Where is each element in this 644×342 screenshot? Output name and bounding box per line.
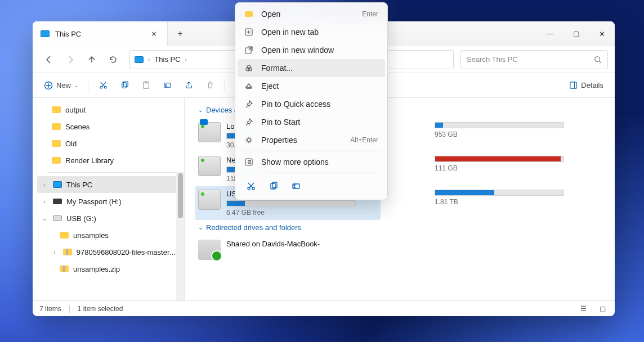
context-menu: Open Enter Open in new tab Open in new w… xyxy=(235,2,388,200)
sidebar-item-output[interactable]: output xyxy=(37,101,180,118)
sidebar-scrollbar-thumb[interactable] xyxy=(178,173,183,218)
view-list-button[interactable]: ☰ xyxy=(578,304,589,314)
refresh-button[interactable] xyxy=(104,50,123,69)
breadcrumb-root[interactable]: This PC xyxy=(154,55,180,64)
drive-icon xyxy=(53,199,62,204)
menu-format[interactable]: Format... xyxy=(238,59,385,77)
drive-icon xyxy=(198,122,221,142)
this-pc-icon xyxy=(53,181,62,188)
sidebar-item-unsamples[interactable]: unsamples xyxy=(37,227,180,244)
menu-eject[interactable]: Eject xyxy=(238,77,385,95)
rename-button[interactable] xyxy=(157,76,177,94)
sidebar-item-zip1[interactable]: ›9780596808020-files-master.zip xyxy=(37,244,180,260)
drive-icon xyxy=(198,190,221,210)
sidebar-item-scenes[interactable]: Scenes xyxy=(37,118,180,135)
sidebar-item-render-library[interactable]: Render Library xyxy=(37,152,180,169)
capacity-bar xyxy=(435,156,564,162)
copy-button[interactable] xyxy=(114,76,135,94)
format-icon xyxy=(244,64,253,73)
drive-item[interactable]: 1.81 TB xyxy=(403,186,589,220)
tab-this-pc[interactable]: This PC ✕ xyxy=(33,21,168,46)
svg-rect-21 xyxy=(293,184,299,188)
chevron-down-icon[interactable]: ⌄ xyxy=(41,215,48,222)
rename-icon xyxy=(163,81,172,89)
redirected-share[interactable]: Shared on Davids-MacBook- xyxy=(195,236,381,263)
forward-button[interactable] xyxy=(61,50,80,69)
folder-icon xyxy=(244,10,253,19)
details-icon xyxy=(569,81,578,89)
pin-icon xyxy=(244,100,253,109)
sidebar-item-this-pc[interactable]: ›This PC xyxy=(37,176,180,193)
folder-icon xyxy=(52,140,61,147)
pin-icon xyxy=(244,118,253,127)
status-bar: 7 items 1 item selected ☰ ▢ xyxy=(33,300,615,316)
svg-point-2 xyxy=(100,86,102,88)
maximize-button[interactable]: ▢ xyxy=(563,21,589,46)
sidebar-item-zip2[interactable]: unsamples.zip xyxy=(37,260,180,277)
zip-icon xyxy=(60,266,69,272)
newwindow-icon xyxy=(244,46,253,55)
status-selected-count: 1 item selected xyxy=(78,305,123,313)
properties-icon xyxy=(244,136,253,145)
menu-action-row xyxy=(238,175,385,197)
new-button[interactable]: New ⌄ xyxy=(39,76,83,94)
folder-icon xyxy=(52,106,61,113)
cut-button[interactable] xyxy=(93,76,113,94)
newtab-icon xyxy=(244,28,253,37)
share-button[interactable] xyxy=(178,76,199,94)
cut-icon[interactable] xyxy=(245,181,257,192)
more-icon xyxy=(244,158,253,166)
usb-icon xyxy=(53,215,62,221)
folder-icon xyxy=(52,157,61,164)
svg-point-18 xyxy=(252,187,254,190)
sidebar-item-my-passport[interactable]: ›My Passport (H:) xyxy=(37,193,180,210)
tab-close-button[interactable]: ✕ xyxy=(149,28,159,40)
chevron-down-icon: ⌄ xyxy=(198,107,203,113)
sidebar-item-usb-g[interactable]: ⌄USB (G:) xyxy=(37,210,180,227)
paste-button[interactable] xyxy=(136,76,156,94)
up-button[interactable] xyxy=(82,50,101,69)
menu-properties[interactable]: Properties Alt+Enter xyxy=(238,131,385,149)
search-icon xyxy=(594,56,602,64)
sidebar-item-old[interactable]: Old xyxy=(37,135,180,152)
chevron-right-icon[interactable]: › xyxy=(51,249,59,255)
drive-item[interactable]: 953 GB xyxy=(403,119,589,152)
chevron-down-icon: ⌄ xyxy=(198,224,203,231)
capacity-bar xyxy=(435,190,564,196)
paste-icon xyxy=(142,81,150,89)
minimize-button[interactable]: — xyxy=(537,21,563,46)
close-window-button[interactable]: ✕ xyxy=(589,21,615,46)
back-button[interactable] xyxy=(39,50,59,69)
svg-point-0 xyxy=(595,56,600,61)
drive-item[interactable]: 111 GB xyxy=(403,152,589,186)
svg-point-3 xyxy=(104,86,106,88)
cut-icon xyxy=(99,81,108,89)
menu-open-new-tab[interactable]: Open in new tab xyxy=(238,23,385,41)
chevron-right-icon[interactable]: › xyxy=(41,199,48,205)
copy-icon[interactable] xyxy=(268,181,279,192)
details-button[interactable]: Details xyxy=(565,76,608,94)
chevron-right-icon: › xyxy=(148,56,150,62)
view-icons-button[interactable]: ▢ xyxy=(597,304,608,314)
chevron-right-icon: › xyxy=(185,56,187,62)
svg-point-17 xyxy=(248,187,250,190)
menu-pin-quick-access[interactable]: Pin to Quick access xyxy=(238,95,385,113)
menu-show-more-options[interactable]: Show more options xyxy=(238,153,385,171)
rename-icon[interactable] xyxy=(290,181,302,192)
menu-open[interactable]: Open Enter xyxy=(238,5,385,23)
chevron-right-icon[interactable]: › xyxy=(41,182,48,188)
new-icon xyxy=(44,81,53,90)
search-input[interactable]: Search This PC xyxy=(460,50,608,69)
share-icon xyxy=(185,81,193,89)
tab-title: This PC xyxy=(55,30,149,38)
group-redirected[interactable]: ⌄Redirected drives and folders xyxy=(198,223,605,232)
eject-icon xyxy=(244,82,253,91)
new-tab-button[interactable]: + xyxy=(168,21,193,46)
menu-pin-start[interactable]: Pin to Start xyxy=(238,113,385,131)
zip-icon xyxy=(63,249,72,255)
delete-button[interactable] xyxy=(200,76,220,94)
status-item-count: 7 items xyxy=(39,305,61,313)
menu-open-new-window[interactable]: Open in new window xyxy=(238,41,385,59)
capacity-bar xyxy=(435,122,564,128)
delete-icon xyxy=(206,81,214,89)
